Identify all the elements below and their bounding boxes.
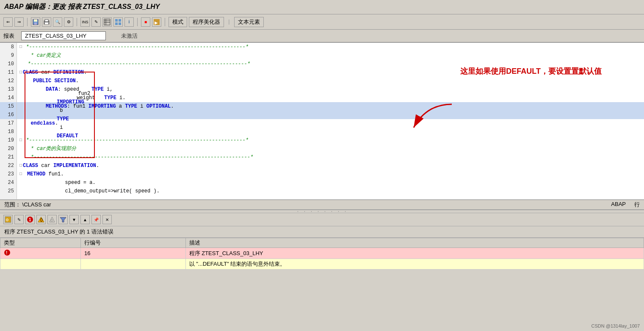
line-num-15: 15	[0, 102, 17, 111]
error-extra-cell: 以 "...DEFAULT" 结束的语句意外结束。	[185, 259, 644, 270]
collapse-11[interactable]: □	[19, 68, 22, 77]
error-title-text: 程序 ZTEST_CLASS_03_LHY 的 1 语法错误	[4, 228, 113, 235]
code-line-23: □ METHOD fun1.	[17, 170, 644, 178]
separator-2	[77, 18, 77, 26]
svg-rect-1	[34, 19, 37, 22]
position-label: 行	[634, 201, 640, 209]
line-num-14: 14	[0, 94, 17, 102]
info-btn[interactable]: i	[124, 17, 134, 27]
annotation-container: 这里如果使用DEFAULT，要设置置默认值	[405, 66, 602, 136]
svg-marker-25	[60, 217, 66, 222]
collapse-23[interactable]: □	[19, 170, 22, 178]
line-num-25: 25	[0, 187, 17, 195]
report-label: 报表	[3, 32, 14, 40]
line-numbers: 8 9 10 11 12 13 14 15 16 17 18 19 20 21 …	[0, 43, 17, 199]
info2-btn[interactable]: 0	[47, 215, 57, 224]
separator-1	[27, 18, 28, 26]
error-table: 类型 行编号 描述 ! 16 程序 ZTEST_CLASS_03_LHY 以 "…	[0, 238, 644, 270]
lang-label: ABAP	[611, 201, 626, 209]
toolbar: ⇐ ⇒ 🔍 ⚙ INS ✎ i ■ ▶ 模式 程序美化器 | 文本元素	[0, 14, 644, 30]
line-num-8: 8	[0, 43, 17, 51]
close-btn[interactable]: ✕	[102, 215, 112, 224]
status-left: 范围： \CLASS car	[4, 201, 51, 209]
code-line-25: cl_demo_output=>write( speed ).	[17, 187, 644, 195]
bottom-toolbar: ⚙ ✎ 1 0 0 ▼ ▲ 📌 ✕	[0, 213, 644, 226]
line-num-17: 17	[0, 119, 17, 128]
sort-up-btn[interactable]: ▲	[80, 215, 90, 224]
filter-button[interactable]: ⚙	[3, 215, 13, 224]
error-extra-spacer	[0, 259, 81, 270]
save-button[interactable]	[31, 17, 40, 27]
text-elements-button[interactable]: 文本元素	[234, 17, 264, 27]
annotation-text: 这里如果使用DEFAULT，要设置置默认值	[460, 66, 602, 77]
report-bar: 报表 ZTEST_CLASS_03_LHY 未激活	[0, 30, 644, 43]
bottom-panel: ⚙ ✎ 1 0 0 ▼ ▲ 📌 ✕ 程序 ZTEST_CLASS_03_LHY …	[0, 213, 644, 331]
collapse-8[interactable]: □	[19, 43, 22, 51]
beautify-button[interactable]: 程序美化器	[189, 17, 224, 27]
settings-button[interactable]: ⚙	[64, 17, 73, 27]
insert-button[interactable]: INS	[80, 17, 90, 27]
table-btn[interactable]	[102, 17, 112, 27]
error-line-cell: 16	[81, 248, 186, 259]
line-num-9: 9	[0, 51, 17, 60]
svg-text:1: 1	[29, 217, 31, 222]
code-line-24: speed = a.	[17, 178, 644, 187]
svg-text:0: 0	[51, 218, 53, 223]
error-btn[interactable]: 1	[25, 215, 35, 224]
col-type: 类型	[0, 238, 81, 248]
svg-rect-12	[115, 22, 118, 25]
col-desc: 描述	[185, 238, 644, 248]
code-line-8: □ *-------------------------------------…	[17, 43, 644, 51]
edit-bottom-btn[interactable]: ✎	[14, 215, 24, 224]
toolbar-separator-text: |	[227, 19, 231, 25]
collapse-19[interactable]: □	[19, 136, 22, 145]
grid-btn[interactable]	[113, 17, 123, 27]
svg-rect-13	[119, 22, 121, 25]
separator-3	[137, 18, 138, 26]
line-num-13: 13	[0, 85, 17, 94]
title-bar: ABAP 编辑器：更改 报表 ZTEST_CLASS_03_LHY	[0, 0, 644, 14]
code-line-20: * car类的实现部分	[17, 145, 644, 153]
error-desc-cell: 程序 ZTEST_CLASS_03_LHY	[185, 248, 644, 259]
resize-handle[interactable]: · · · · · · · ·	[0, 210, 644, 213]
line-num-21: 21	[0, 153, 17, 161]
run-btn[interactable]: ▶	[152, 17, 161, 27]
svg-rect-6	[104, 19, 110, 25]
watermark: CSDN @1314lay_1007	[591, 323, 640, 328]
title-text: ABAP 编辑器：更改 报表 ZTEST_CLASS_03_LHY	[4, 3, 160, 10]
forward-button[interactable]: ⇒	[14, 17, 24, 27]
table-row-extra[interactable]: 以 "...DEFAULT" 结束的语句意外结束。	[0, 259, 644, 270]
resize-dots: · · · · · · · ·	[296, 209, 347, 214]
line-num-19: 19	[0, 136, 17, 145]
mode-button[interactable]: 模式	[169, 17, 187, 27]
line-num-24: 24	[0, 178, 17, 187]
print-button[interactable]	[42, 17, 51, 27]
code-line-22: □ CLASS car IMPLEMENTATION .	[17, 161, 644, 170]
find-button[interactable]: 🔍	[53, 17, 62, 27]
editor-area[interactable]: 这里如果使用DEFAULT，要设置置默认值 8 9 10 11 12 13 14…	[0, 43, 644, 200]
edit-button[interactable]: ✎	[91, 17, 101, 27]
col-line: 行编号	[81, 238, 186, 248]
error-title: 程序 ZTEST_CLASS_03_LHY 的 1 语法错误	[0, 226, 644, 238]
line-num-23: 23	[0, 170, 17, 178]
line-num-20: 20	[0, 145, 17, 153]
report-value: ZTEST_CLASS_03_LHY	[21, 31, 106, 40]
svg-text:0: 0	[40, 218, 43, 223]
svg-text:⚙: ⚙	[6, 218, 9, 222]
collapse-22[interactable]: □	[19, 161, 22, 170]
table-row-error[interactable]: ! 16 程序 ZTEST_CLASS_03_LHY	[0, 248, 644, 259]
back-button[interactable]: ⇐	[3, 17, 13, 27]
svg-rect-11	[119, 19, 121, 22]
line-num-12: 12	[0, 77, 17, 85]
stop-btn[interactable]: ■	[141, 17, 150, 27]
filter2-btn[interactable]	[58, 215, 68, 224]
scope-label: 范围： \CLASS car	[4, 201, 51, 209]
sort-down-btn[interactable]: ▼	[69, 215, 79, 224]
line-num-18: 18	[0, 128, 17, 136]
error-extra-spacer2	[81, 259, 186, 270]
error-icon: !	[4, 249, 11, 256]
status-right: ABAP 行	[611, 201, 640, 209]
warning-btn[interactable]: 0	[36, 215, 46, 224]
status-bar: 范围： \CLASS car ABAP 行	[0, 200, 644, 210]
pin-btn[interactable]: 📌	[91, 215, 101, 224]
